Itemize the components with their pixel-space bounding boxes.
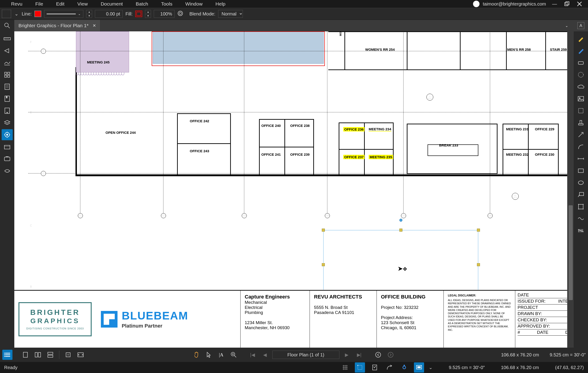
links-panel-button[interactable]	[2, 105, 13, 116]
status-scale[interactable]: 9.525 cm = 30'-0"	[449, 365, 485, 370]
selection-mode-dropdown[interactable]: ⌄	[14, 11, 19, 17]
rectangle-tool[interactable]	[575, 165, 586, 176]
fit-page-button[interactable]	[63, 350, 73, 360]
forms-panel-button[interactable]	[2, 81, 13, 92]
svg-point-5	[179, 12, 181, 15]
count-tool[interactable]	[575, 225, 586, 236]
pen-tool[interactable]	[575, 45, 586, 56]
dimension-tool[interactable]	[575, 201, 586, 212]
rotate-handle[interactable]	[399, 219, 402, 222]
resize-handle-e[interactable]	[477, 263, 480, 266]
studio-panel-button[interactable]	[2, 141, 13, 152]
flags-panel-button[interactable]	[2, 93, 13, 104]
last-page-button[interactable]: ▶|	[354, 350, 364, 360]
menu-batch[interactable]: Batch	[129, 1, 155, 7]
resize-handle-w[interactable]	[322, 263, 325, 266]
snap-markup-button[interactable]	[370, 363, 380, 373]
callout-tool[interactable]	[575, 189, 586, 200]
line-color-swatch[interactable]	[34, 10, 41, 17]
close-button[interactable]	[576, 0, 583, 8]
menu-tools[interactable]: Tools	[155, 1, 179, 7]
document-viewport[interactable]: MEETING 245 OPEN OFFICE 244 OFFICE 242 O…	[14, 31, 574, 348]
prev-page-button[interactable]: ◀	[260, 350, 270, 360]
search-button[interactable]	[0, 20, 14, 31]
highlighter-tool[interactable]	[575, 33, 586, 44]
arrow-tool[interactable]	[575, 129, 586, 140]
snap-content-button[interactable]	[355, 363, 365, 373]
vertical-scrollbar[interactable]	[567, 31, 574, 348]
menu-document[interactable]: Document	[94, 1, 129, 7]
document-page[interactable]: MEETING 245 OPEN OFFICE 244 OFFICE 242 O…	[14, 31, 574, 348]
sketch-tool[interactable]	[575, 213, 586, 224]
next-view-button[interactable]	[386, 350, 396, 360]
text-annotation-button[interactable]: A	[574, 20, 588, 31]
snap-grid-button[interactable]	[340, 363, 350, 373]
cloud-tool[interactable]	[575, 81, 586, 92]
minimize-button[interactable]: —	[551, 0, 558, 8]
selected-markup[interactable]	[323, 230, 478, 299]
svg-rect-34	[6, 156, 9, 157]
zoom-button[interactable]	[229, 350, 239, 360]
resize-handle-nw[interactable]	[322, 229, 325, 232]
properties-panel-button[interactable]	[2, 129, 13, 140]
reuse-button[interactable]	[384, 363, 395, 373]
menu-revu[interactable]: Revu	[5, 1, 29, 7]
selection-mode-button[interactable]	[2, 10, 11, 18]
pan-tool-button[interactable]	[191, 350, 201, 360]
stamp-tool[interactable]	[575, 117, 586, 128]
tab-close-button[interactable]: ✕	[93, 23, 96, 28]
tab-overflow-button[interactable]: ⌄	[559, 20, 574, 31]
bookmarks-panel-button[interactable]	[2, 45, 13, 56]
user-account[interactable]: taimoor@brightergraphics.com	[473, 1, 546, 7]
text-select-button[interactable]: |A	[216, 350, 226, 360]
hatch-button[interactable]	[177, 10, 187, 18]
room-label: OFFICE 230	[535, 152, 554, 156]
signatures-panel-button[interactable]	[2, 57, 13, 68]
layers-panel-button[interactable]	[2, 117, 13, 128]
prev-view-button[interactable]	[373, 350, 383, 360]
svg-rect-15	[8, 72, 10, 74]
crop-tool[interactable]	[575, 105, 586, 116]
polyline-tool[interactable]	[575, 153, 586, 164]
fit-width-button[interactable]	[75, 350, 86, 360]
menu-window[interactable]: Window	[179, 1, 209, 7]
sync-button[interactable]	[399, 363, 409, 373]
page-scale[interactable]: 9.525 cm = 30'-0"	[550, 352, 586, 358]
resize-handle-ne[interactable]	[477, 229, 480, 232]
document-tab[interactable]: Brighter Graphics - Floor Plan 1* ✕	[14, 20, 100, 31]
line-weight-spinner[interactable]: ▲▼	[86, 10, 92, 18]
eraser-tool[interactable]	[575, 57, 586, 68]
toc-button[interactable]	[2, 350, 12, 360]
split-horizontal-button[interactable]	[45, 350, 55, 360]
resize-handle-n[interactable]	[399, 229, 402, 232]
arc-tool[interactable]	[575, 141, 586, 152]
opacity-field[interactable]: 100%	[154, 10, 175, 18]
svg-point-52	[583, 204, 584, 205]
markups-panel-button[interactable]	[2, 165, 13, 176]
svg-point-91	[404, 365, 405, 366]
page-indicator[interactable]: Floor Plan (1 of 1)	[273, 351, 339, 359]
line-weight-field[interactable]: 0.00 pt	[95, 10, 123, 18]
maximize-button[interactable]	[563, 0, 571, 8]
fill-color-swatch[interactable]	[135, 10, 142, 17]
measurements-panel-button[interactable]	[2, 33, 13, 44]
scrollbar-thumb[interactable]	[569, 205, 573, 300]
menu-edit[interactable]: Edit	[50, 1, 71, 7]
ellipse-tool[interactable]	[575, 177, 586, 188]
presentation-button[interactable]	[414, 363, 424, 373]
thumbnails-panel-button[interactable]	[2, 69, 13, 80]
opacity-spinner[interactable]: ▲▼	[145, 10, 151, 18]
line-style-dropdown[interactable]: ⌄	[44, 10, 83, 18]
sets-panel-button[interactable]	[2, 153, 13, 164]
first-page-button[interactable]: |◀	[247, 350, 258, 360]
menu-view[interactable]: View	[71, 1, 94, 7]
image-tool[interactable]	[575, 93, 586, 104]
single-page-button[interactable]	[20, 350, 31, 360]
next-page-button[interactable]: ▶	[342, 350, 352, 360]
split-vertical-button[interactable]	[33, 350, 43, 360]
blend-mode-select[interactable]: Normal	[218, 10, 243, 18]
select-tool-button[interactable]	[204, 350, 214, 360]
menu-file[interactable]: File	[29, 1, 50, 7]
shapes-tool[interactable]	[575, 69, 586, 80]
menu-help[interactable]: Help	[209, 1, 232, 7]
